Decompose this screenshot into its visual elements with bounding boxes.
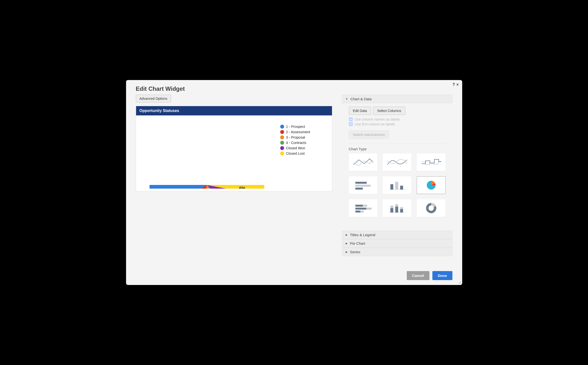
checkbox-label: Use first column as labels: [355, 122, 395, 126]
modal-body: Advanced Options Opportunity Statuses 17…: [126, 95, 462, 268]
chevron-right-icon: ▶: [346, 251, 348, 253]
section-label: Pie Chart: [350, 241, 365, 245]
chart-type-pie[interactable]: [417, 176, 445, 194]
legend-item[interactable]: 2 - Assessment: [280, 130, 310, 134]
chart-card-title: Opportunity Statuses: [136, 106, 332, 115]
settings-column: ▼ Chart & Data Edit Data Select Columns …: [342, 95, 452, 268]
chevron-down-icon: ▼: [346, 98, 348, 100]
svg-rect-7: [400, 186, 403, 190]
chart-type-bar-h[interactable]: [349, 176, 377, 194]
chart-type-line[interactable]: [349, 153, 377, 171]
chart-type-grid: [349, 153, 446, 217]
cancel-button[interactable]: Cancel: [407, 271, 429, 280]
chart-type-step-line[interactable]: [417, 153, 445, 171]
legend-label: 1 - Prospect: [286, 125, 305, 129]
legend-dot-icon: [280, 146, 284, 150]
edit-chart-widget-modal: ? × Edit Chart Widget Advanced Options O…: [126, 80, 462, 285]
help-icon[interactable]: ?: [452, 82, 455, 87]
resize-grip-icon[interactable]: [458, 281, 461, 284]
half-pie-chart: 17%28%22%9%19%6%: [141, 120, 273, 189]
chart-type-bar-h-stack[interactable]: [349, 199, 377, 217]
legend-label: 3 - Proposal: [286, 135, 305, 139]
legend-item[interactable]: Closed Won: [280, 146, 310, 150]
svg-rect-17: [390, 208, 393, 213]
chart-preview-column: Advanced Options Opportunity Statuses 17…: [136, 95, 332, 268]
edit-data-button[interactable]: Edit Data: [349, 107, 371, 115]
section-label: Titles & Legend: [350, 233, 375, 237]
checkbox-use-first-column[interactable]: Use first column as labels: [349, 122, 446, 126]
section-chart-and-data[interactable]: ▼ Chart & Data: [342, 95, 452, 103]
svg-rect-1: [355, 182, 367, 184]
chart-type-spline[interactable]: [383, 153, 411, 171]
chart-area: 17%28%22%9%19%6% 1 - Prospect2 - Assessm…: [136, 115, 332, 191]
legend-label: 2 - Assessment: [286, 130, 310, 134]
legend-label: Closed Lost: [286, 152, 305, 155]
checkbox-icon: [349, 122, 353, 126]
chevron-right-icon: ▶: [346, 242, 348, 245]
svg-rect-19: [395, 207, 398, 213]
chart-card: Opportunity Statuses 17%28%22%9%19%6% 1 …: [136, 106, 332, 191]
chart-type-donut[interactable]: [417, 199, 445, 217]
svg-rect-18: [390, 206, 393, 208]
legend-label: Closed Won: [286, 146, 305, 150]
close-icon[interactable]: ×: [456, 82, 459, 87]
chart-type-bar-v-stack[interactable]: [383, 199, 411, 217]
svg-rect-13: [366, 208, 372, 210]
legend-dot-icon: [280, 125, 284, 129]
svg-rect-6: [395, 182, 398, 190]
svg-line-26: [460, 283, 461, 284]
legend-item[interactable]: 3 - Proposal: [280, 135, 310, 139]
legend-item[interactable]: Closed Lost: [280, 152, 310, 155]
svg-rect-22: [400, 207, 403, 209]
legend-dot-icon: [280, 152, 284, 155]
checkbox-icon: [349, 117, 353, 121]
svg-rect-14: [355, 211, 360, 213]
modal-title: Edit Chart Widget: [136, 85, 185, 92]
svg-rect-2: [355, 185, 371, 187]
section-series[interactable]: ▶ Series: [342, 248, 452, 256]
chart-legend: 1 - Prospect2 - Assessment3 - Proposal4 …: [280, 120, 310, 189]
legend-dot-icon: [280, 135, 284, 139]
legend-dot-icon: [280, 130, 284, 134]
section-pie-chart[interactable]: ▶ Pie Chart: [342, 239, 452, 248]
chart-type-label: Chart Type: [349, 147, 446, 151]
svg-rect-15: [360, 211, 364, 213]
slice-label: 6%: [239, 186, 246, 189]
checkbox-use-column-names[interactable]: Use column names as labels: [349, 117, 446, 121]
svg-rect-20: [395, 204, 398, 207]
svg-rect-3: [355, 188, 363, 190]
svg-rect-21: [400, 209, 403, 213]
window-controls: ? ×: [452, 82, 459, 87]
done-button[interactable]: Done: [432, 271, 452, 280]
chevron-right-icon: ▶: [346, 233, 348, 236]
modal-header: Edit Chart Widget: [126, 80, 462, 95]
advanced-options-button[interactable]: Advanced Options: [136, 95, 171, 102]
chart-type-bar-v[interactable]: [383, 176, 411, 194]
modal-footer: Cancel Done: [126, 268, 462, 285]
legend-item[interactable]: 1 - Prospect: [280, 125, 310, 129]
svg-rect-5: [390, 184, 393, 190]
legend-item[interactable]: 4 - Contracts: [280, 141, 310, 145]
section-label: Chart & Data: [350, 97, 372, 101]
pie-slice[interactable]: [150, 185, 207, 189]
legend-dot-icon: [280, 141, 284, 145]
switch-rows-columns-button: Switch rows/columns: [349, 131, 389, 139]
svg-rect-10: [355, 205, 363, 207]
chart-and-data-panel: Edit Data Select Columns Use column name…: [342, 103, 452, 222]
section-titles-legend[interactable]: ▶ Titles & Legend: [342, 231, 452, 239]
svg-rect-12: [355, 208, 366, 210]
legend-label: 4 - Contracts: [286, 141, 306, 145]
svg-rect-11: [363, 205, 367, 207]
select-columns-button[interactable]: Select Columns: [373, 107, 405, 115]
checkbox-label: Use column names as labels: [355, 117, 400, 121]
section-label: Series: [350, 250, 361, 254]
